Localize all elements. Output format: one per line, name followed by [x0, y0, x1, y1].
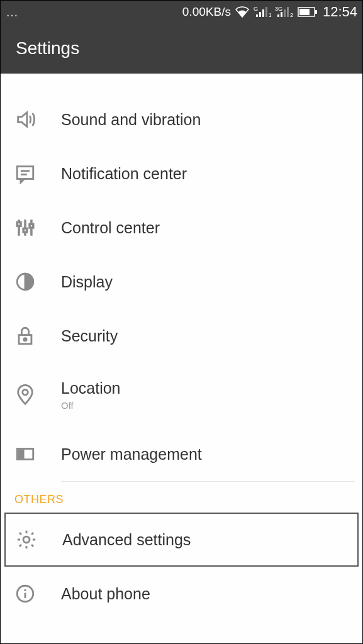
svg-rect-21: [17, 223, 21, 226]
settings-row-advanced[interactable]: Advanced settings: [4, 513, 359, 567]
signal-1-icon: G 1: [254, 6, 271, 18]
info-icon: [14, 583, 36, 604]
section-header-others: OTHERS: [1, 482, 362, 513]
svg-rect-4: [265, 7, 267, 17]
gear-icon: [16, 529, 37, 550]
notification-icon: [14, 163, 36, 184]
svg-rect-23: [30, 224, 33, 228]
svg-rect-2: [259, 12, 261, 17]
sliders-icon: [14, 217, 36, 238]
settings-row-location[interactable]: Location Off: [1, 363, 362, 427]
lock-icon: [14, 325, 36, 347]
status-right: 0.00KB/s G 1 3G 2: [182, 4, 357, 20]
row-label: Display: [61, 273, 113, 291]
row-label: Security: [61, 327, 118, 345]
svg-rect-8: [281, 12, 282, 17]
row-label: About phone: [61, 585, 150, 603]
row-subtext: Off: [61, 400, 121, 411]
svg-rect-7: [277, 14, 279, 17]
svg-rect-13: [315, 10, 317, 14]
signal-2-icon: 3G 2: [275, 6, 294, 18]
display-icon: [14, 271, 36, 292]
row-label: Notification center: [61, 165, 187, 183]
status-bar: … 0.00KB/s G 1 3G: [1, 1, 362, 23]
svg-rect-1: [256, 14, 258, 17]
row-label: Control center: [61, 219, 160, 237]
settings-row-control-center[interactable]: Control center: [1, 201, 362, 255]
svg-rect-29: [19, 450, 23, 457]
svg-text:1: 1: [269, 12, 271, 18]
row-label: Location: [61, 379, 121, 397]
svg-text:3G: 3G: [275, 6, 282, 12]
battery-box-icon: [14, 443, 36, 465]
svg-rect-22: [23, 228, 27, 232]
svg-rect-15: [17, 167, 33, 179]
sound-icon: [14, 109, 36, 130]
svg-point-26: [24, 338, 26, 341]
location-icon: [14, 384, 36, 406]
status-ellipsis: …: [6, 9, 19, 15]
row-label: Advanced settings: [62, 531, 191, 549]
svg-rect-10: [287, 7, 289, 17]
network-speed: 0.00KB/s: [182, 5, 231, 19]
settings-list: Sound and vibration Notification center: [1, 74, 362, 643]
svg-text:G: G: [254, 6, 258, 12]
battery-icon: [298, 7, 318, 17]
svg-rect-3: [262, 9, 264, 17]
svg-point-32: [24, 589, 26, 591]
svg-point-30: [23, 536, 30, 543]
settings-row-about[interactable]: About phone: [1, 567, 362, 621]
row-label: Sound and vibration: [61, 111, 201, 129]
svg-point-27: [23, 390, 28, 396]
settings-row-notification[interactable]: Notification center: [1, 147, 362, 201]
svg-rect-14: [299, 9, 310, 15]
settings-row-sound[interactable]: Sound and vibration: [1, 92, 362, 147]
row-label: Power management: [61, 445, 202, 464]
wifi-icon: [235, 6, 250, 18]
svg-text:2: 2: [290, 12, 293, 18]
settings-row-security[interactable]: Security: [1, 309, 362, 363]
status-time: 12:54: [323, 4, 357, 20]
app-header: Settings: [1, 23, 362, 74]
page-title: Settings: [16, 38, 79, 58]
settings-row-display[interactable]: Display: [1, 255, 362, 309]
svg-rect-9: [284, 9, 286, 17]
settings-row-power[interactable]: Power management: [1, 427, 362, 481]
